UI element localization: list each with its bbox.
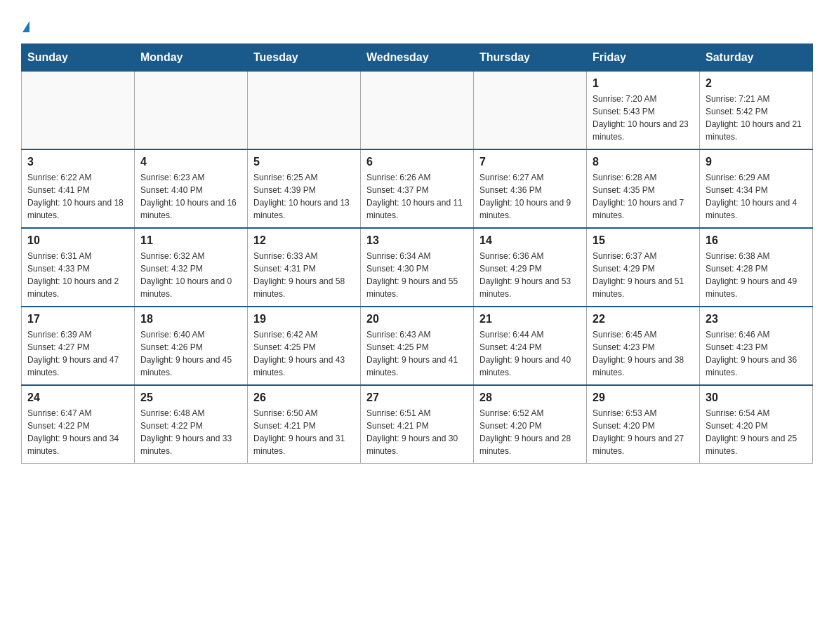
table-row: 22Sunrise: 6:45 AMSunset: 4:23 PMDayligh… [587,307,700,385]
table-row: 12Sunrise: 6:33 AMSunset: 4:31 PMDayligh… [248,228,361,307]
table-row: 26Sunrise: 6:50 AMSunset: 4:21 PMDayligh… [248,385,361,464]
table-row: 25Sunrise: 6:48 AMSunset: 4:22 PMDayligh… [135,385,248,464]
day-info: Sunrise: 6:50 AMSunset: 4:21 PMDaylight:… [253,407,355,457]
table-row: 10Sunrise: 6:31 AMSunset: 4:33 PMDayligh… [22,228,135,307]
day-info: Sunrise: 6:40 AMSunset: 4:26 PMDaylight:… [140,328,241,379]
table-row: 3Sunrise: 6:22 AMSunset: 4:41 PMDaylight… [22,149,135,228]
calendar-week-row: 3Sunrise: 6:22 AMSunset: 4:41 PMDaylight… [22,149,813,228]
table-row: 23Sunrise: 6:46 AMSunset: 4:23 PMDayligh… [700,307,813,385]
day-number: 24 [27,391,128,404]
day-info: Sunrise: 6:44 AMSunset: 4:24 PMDaylight:… [479,328,581,379]
logo [21,21,29,29]
table-row: 15Sunrise: 6:37 AMSunset: 4:29 PMDayligh… [587,228,700,307]
day-info: Sunrise: 6:29 AMSunset: 4:34 PMDaylight:… [706,171,807,222]
day-info: Sunrise: 6:48 AMSunset: 4:22 PMDaylight:… [140,407,241,457]
day-number: 8 [593,156,694,168]
day-number: 15 [593,234,694,247]
day-number: 30 [706,391,807,404]
table-row: 14Sunrise: 6:36 AMSunset: 4:29 PMDayligh… [474,228,587,307]
table-row: 24Sunrise: 6:47 AMSunset: 4:22 PMDayligh… [22,385,135,464]
calendar-week-row: 10Sunrise: 6:31 AMSunset: 4:33 PMDayligh… [22,228,813,307]
day-info: Sunrise: 6:36 AMSunset: 4:29 PMDaylight:… [479,250,581,300]
table-row [22,72,135,150]
day-info: Sunrise: 6:46 AMSunset: 4:23 PMDaylight:… [706,328,807,379]
col-sunday: Sunday [22,44,135,72]
calendar-week-row: 17Sunrise: 6:39 AMSunset: 4:27 PMDayligh… [22,307,813,385]
day-info: Sunrise: 6:23 AMSunset: 4:40 PMDaylight:… [140,171,241,222]
day-info: Sunrise: 6:52 AMSunset: 4:20 PMDaylight:… [479,407,581,457]
day-info: Sunrise: 6:43 AMSunset: 4:25 PMDaylight:… [366,328,468,379]
day-info: Sunrise: 7:20 AMSunset: 5:43 PMDaylight:… [593,93,694,143]
day-number: 20 [366,313,468,326]
day-info: Sunrise: 6:27 AMSunset: 4:36 PMDaylight:… [479,171,581,222]
day-number: 27 [366,391,468,404]
table-row: 6Sunrise: 6:26 AMSunset: 4:37 PMDaylight… [361,149,474,228]
day-number: 29 [593,391,694,404]
day-info: Sunrise: 6:33 AMSunset: 4:31 PMDaylight:… [253,250,355,300]
table-row [474,72,587,150]
day-info: Sunrise: 6:31 AMSunset: 4:33 PMDaylight:… [27,250,128,300]
table-row: 17Sunrise: 6:39 AMSunset: 4:27 PMDayligh… [22,307,135,385]
day-info: Sunrise: 6:45 AMSunset: 4:23 PMDaylight:… [593,328,694,379]
day-number: 13 [366,234,468,247]
table-row: 4Sunrise: 6:23 AMSunset: 4:40 PMDaylight… [135,149,248,228]
table-row: 7Sunrise: 6:27 AMSunset: 4:36 PMDaylight… [474,149,587,228]
day-number: 9 [706,156,807,168]
table-row [135,72,248,150]
day-number: 23 [706,313,807,326]
day-info: Sunrise: 6:38 AMSunset: 4:28 PMDaylight:… [706,250,807,300]
table-row [248,72,361,150]
table-row: 1Sunrise: 7:20 AMSunset: 5:43 PMDaylight… [587,72,700,150]
day-number: 22 [593,313,694,326]
day-info: Sunrise: 6:42 AMSunset: 4:25 PMDaylight:… [253,328,355,379]
day-info: Sunrise: 6:26 AMSunset: 4:37 PMDaylight:… [366,171,468,222]
table-row: 8Sunrise: 6:28 AMSunset: 4:35 PMDaylight… [587,149,700,228]
day-number: 12 [253,234,355,247]
table-row: 18Sunrise: 6:40 AMSunset: 4:26 PMDayligh… [135,307,248,385]
col-wednesday: Wednesday [361,44,474,72]
col-thursday: Thursday [474,44,587,72]
logo-triangle-icon [22,21,29,32]
day-number: 14 [479,234,581,247]
table-row: 5Sunrise: 6:25 AMSunset: 4:39 PMDaylight… [248,149,361,228]
table-row: 20Sunrise: 6:43 AMSunset: 4:25 PMDayligh… [361,307,474,385]
day-number: 10 [27,234,128,247]
table-row: 30Sunrise: 6:54 AMSunset: 4:20 PMDayligh… [700,385,813,464]
day-number: 7 [479,156,581,168]
table-row: 16Sunrise: 6:38 AMSunset: 4:28 PMDayligh… [700,228,813,307]
day-number: 6 [366,156,468,168]
day-info: Sunrise: 7:21 AMSunset: 5:42 PMDaylight:… [706,93,807,143]
table-row: 2Sunrise: 7:21 AMSunset: 5:42 PMDaylight… [700,72,813,150]
calendar-week-row: 24Sunrise: 6:47 AMSunset: 4:22 PMDayligh… [22,385,813,464]
day-info: Sunrise: 6:28 AMSunset: 4:35 PMDaylight:… [593,171,694,222]
day-info: Sunrise: 6:37 AMSunset: 4:29 PMDaylight:… [593,250,694,300]
calendar-week-row: 1Sunrise: 7:20 AMSunset: 5:43 PMDaylight… [22,72,813,150]
calendar-header-row: Sunday Monday Tuesday Wednesday Thursday… [22,44,813,72]
day-info: Sunrise: 6:39 AMSunset: 4:27 PMDaylight:… [27,328,128,379]
day-number: 4 [140,156,241,168]
day-number: 26 [253,391,355,404]
day-info: Sunrise: 6:54 AMSunset: 4:20 PMDaylight:… [706,407,807,457]
table-row: 13Sunrise: 6:34 AMSunset: 4:30 PMDayligh… [361,228,474,307]
table-row: 9Sunrise: 6:29 AMSunset: 4:34 PMDaylight… [700,149,813,228]
day-number: 11 [140,234,241,247]
calendar-table: Sunday Monday Tuesday Wednesday Thursday… [21,43,813,464]
day-info: Sunrise: 6:51 AMSunset: 4:21 PMDaylight:… [366,407,468,457]
day-number: 16 [706,234,807,247]
day-number: 5 [253,156,355,168]
day-info: Sunrise: 6:22 AMSunset: 4:41 PMDaylight:… [27,171,128,222]
day-info: Sunrise: 6:47 AMSunset: 4:22 PMDaylight:… [27,407,128,457]
day-info: Sunrise: 6:34 AMSunset: 4:30 PMDaylight:… [366,250,468,300]
table-row: 29Sunrise: 6:53 AMSunset: 4:20 PMDayligh… [587,385,700,464]
col-tuesday: Tuesday [248,44,361,72]
day-number: 25 [140,391,241,404]
day-number: 21 [479,313,581,326]
day-number: 3 [27,156,128,168]
table-row: 21Sunrise: 6:44 AMSunset: 4:24 PMDayligh… [474,307,587,385]
day-info: Sunrise: 6:25 AMSunset: 4:39 PMDaylight:… [253,171,355,222]
day-info: Sunrise: 6:32 AMSunset: 4:32 PMDaylight:… [140,250,241,300]
page-header [21,21,813,29]
day-number: 2 [706,77,807,90]
day-number: 28 [479,391,581,404]
day-number: 18 [140,313,241,326]
